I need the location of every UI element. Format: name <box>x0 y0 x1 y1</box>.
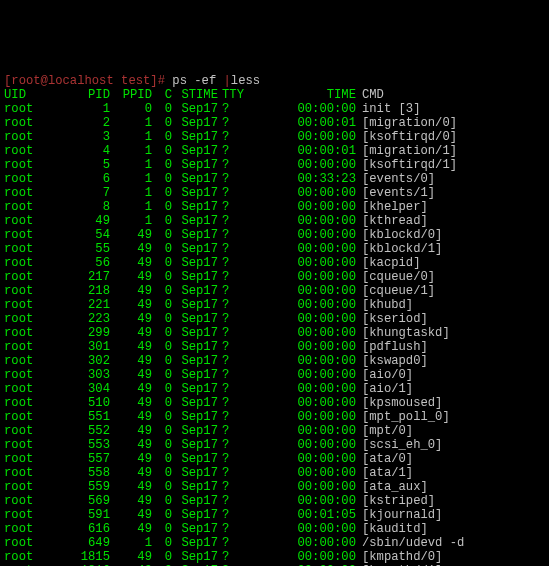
table-row: root299490Sep17?00:00:00[khungtaskd] <box>4 326 486 340</box>
cell-pid: 616 <box>68 522 110 536</box>
cell-pid: 591 <box>68 508 110 522</box>
table-row: root4910Sep17?00:00:00[kthread] <box>4 214 486 228</box>
cell-ppid: 49 <box>110 410 152 424</box>
cell-uid: root <box>4 522 68 536</box>
cell-ppid: 49 <box>110 354 152 368</box>
cell-time: 00:00:00 <box>244 312 356 326</box>
cell-pid: 221 <box>68 298 110 312</box>
table-row: root54490Sep17?00:00:00[kblockd/0] <box>4 228 486 242</box>
cell-tty: ? <box>218 242 244 256</box>
command-text: ps -ef <box>172 74 216 88</box>
cell-stime: Sep17 <box>172 214 218 228</box>
cell-ppid: 49 <box>110 340 152 354</box>
cell-cmd: [kblockd/1] <box>356 242 486 256</box>
cell-tty: ? <box>218 424 244 438</box>
cell-pid: 7 <box>68 186 110 200</box>
table-row: root217490Sep17?00:00:00[cqueue/0] <box>4 270 486 284</box>
table-row: root301490Sep17?00:00:00[pdflush] <box>4 340 486 354</box>
cell-uid: root <box>4 116 68 130</box>
cell-time: 00:00:00 <box>244 494 356 508</box>
cell-time: 00:00:00 <box>244 242 356 256</box>
cell-uid: root <box>4 382 68 396</box>
cell-c: 0 <box>152 508 172 522</box>
terminal[interactable]: [root@localhost test]# ps -ef |less UID … <box>4 60 545 566</box>
cell-ppid: 1 <box>110 130 152 144</box>
cell-cmd: [kthread] <box>356 214 486 228</box>
cell-tty: ? <box>218 480 244 494</box>
cell-ppid: 49 <box>110 494 152 508</box>
cell-stime: Sep17 <box>172 256 218 270</box>
cell-pid: 55 <box>68 242 110 256</box>
cell-uid: root <box>4 410 68 424</box>
cell-uid: root <box>4 228 68 242</box>
cell-ppid: 49 <box>110 508 152 522</box>
cell-stime: Sep17 <box>172 354 218 368</box>
cell-uid: root <box>4 424 68 438</box>
cell-ppid: 49 <box>110 396 152 410</box>
cell-c: 0 <box>152 522 172 536</box>
cell-time: 00:00:00 <box>244 438 356 452</box>
table-row: root552490Sep17?00:00:00[mpt/0] <box>4 424 486 438</box>
cell-time: 00:00:00 <box>244 102 356 116</box>
cell-time: 00:00:00 <box>244 536 356 550</box>
cell-cmd: [cqueue/0] <box>356 270 486 284</box>
cell-tty: ? <box>218 326 244 340</box>
cell-pid: 218 <box>68 284 110 298</box>
cell-ppid: 49 <box>110 522 152 536</box>
cell-uid: root <box>4 536 68 550</box>
cell-cmd: [ata_aux] <box>356 480 486 494</box>
cell-time: 00:00:00 <box>244 186 356 200</box>
cell-uid: root <box>4 438 68 452</box>
cell-uid: root <box>4 242 68 256</box>
table-row: root302490Sep17?00:00:00[kswapd0] <box>4 354 486 368</box>
table-row: root55490Sep17?00:00:00[kblockd/1] <box>4 242 486 256</box>
cell-tty: ? <box>218 410 244 424</box>
cell-stime: Sep17 <box>172 536 218 550</box>
cell-tty: ? <box>218 172 244 186</box>
cell-time: 00:00:00 <box>244 214 356 228</box>
cell-pid: 1 <box>68 102 110 116</box>
process-table: UID PID PPID C STIME TTY TIME CMD root10… <box>4 88 486 566</box>
prompt-user: root <box>11 74 40 88</box>
cell-time: 00:00:00 <box>244 550 356 564</box>
cell-stime: Sep17 <box>172 522 218 536</box>
cell-cmd: [aio/1] <box>356 382 486 396</box>
cell-cmd: [cqueue/1] <box>356 284 486 298</box>
cell-c: 0 <box>152 466 172 480</box>
cell-time: 00:01:05 <box>244 508 356 522</box>
table-row: root616490Sep17?00:00:00[kauditd] <box>4 522 486 536</box>
cell-tty: ? <box>218 354 244 368</box>
cell-ppid: 49 <box>110 550 152 564</box>
cell-stime: Sep17 <box>172 326 218 340</box>
header-c: C <box>152 88 172 102</box>
cell-stime: Sep17 <box>172 550 218 564</box>
cell-ppid: 1 <box>110 116 152 130</box>
cell-ppid: 49 <box>110 382 152 396</box>
cell-c: 0 <box>152 368 172 382</box>
cell-stime: Sep17 <box>172 130 218 144</box>
cell-time: 00:00:00 <box>244 158 356 172</box>
table-row: root710Sep17?00:00:00[events/1] <box>4 186 486 200</box>
cell-cmd: [kpsmoused] <box>356 396 486 410</box>
cell-time: 00:00:00 <box>244 298 356 312</box>
cell-time: 00:00:01 <box>244 116 356 130</box>
cell-ppid: 49 <box>110 368 152 382</box>
cell-time: 00:00:00 <box>244 340 356 354</box>
prompt-dir: test <box>121 74 150 88</box>
cell-pid: 5 <box>68 158 110 172</box>
cell-ppid: 49 <box>110 326 152 340</box>
cell-stime: Sep17 <box>172 228 218 242</box>
cell-tty: ? <box>218 340 244 354</box>
cell-c: 0 <box>152 536 172 550</box>
cell-c: 0 <box>152 158 172 172</box>
cell-stime: Sep17 <box>172 340 218 354</box>
cell-tty: ? <box>218 466 244 480</box>
cell-c: 0 <box>152 270 172 284</box>
cell-stime: Sep17 <box>172 284 218 298</box>
cell-stime: Sep17 <box>172 368 218 382</box>
cell-pid: 217 <box>68 270 110 284</box>
table-row: root221490Sep17?00:00:00[khubd] <box>4 298 486 312</box>
cell-time: 00:00:00 <box>244 466 356 480</box>
cell-pid: 8 <box>68 200 110 214</box>
cell-time: 00:00:00 <box>244 284 356 298</box>
